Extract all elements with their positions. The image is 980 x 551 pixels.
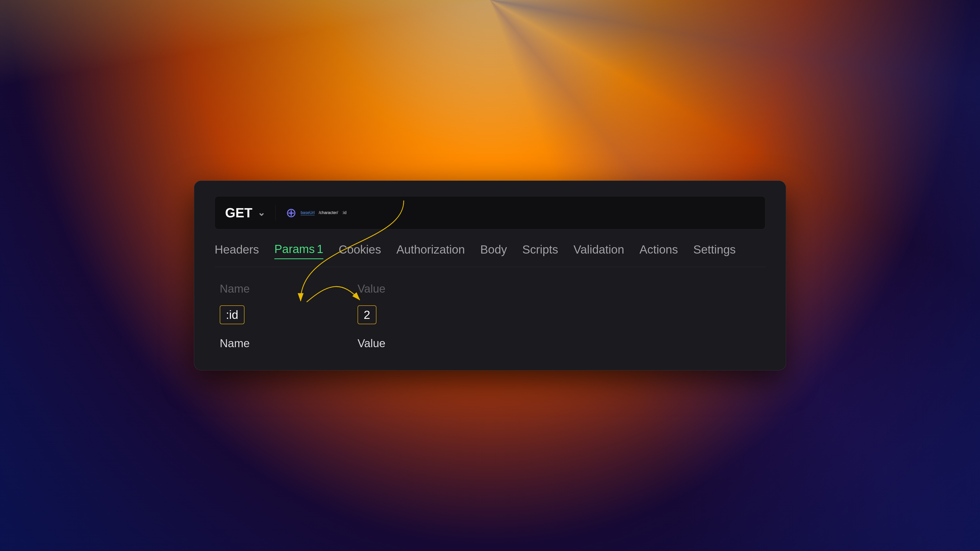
tab-headers[interactable]: Headers [215,243,259,259]
col-value-label: Value [358,337,385,350]
url-input-area[interactable]: ⊕ baseUrl/character/:id [275,205,755,220]
tabs-row: Headers Params1 Cookies Authorization Bo… [215,242,765,267]
param-name-cell: :id [220,305,342,324]
params-table: Name Value :id 2 Name Value [215,283,765,350]
url-bar: GET ⌄ ⊕ baseUrl/character/:id [215,196,765,229]
tab-body[interactable]: Body [480,243,507,259]
globe-icon: ⊕ [286,205,297,220]
param-value-box[interactable]: 2 [358,305,376,324]
chevron-down-icon: ⌄ [258,207,265,218]
tab-params-badge: 1 [317,242,323,256]
method-selector[interactable]: GET ⌄ [225,205,275,221]
method-label: GET [225,205,252,221]
param-name-box[interactable]: :id [220,305,245,324]
tab-cookies[interactable]: Cookies [339,243,381,259]
main-panel: GET ⌄ ⊕ baseUrl/character/:id Headers Pa… [194,181,786,370]
col-name-label: Name [220,337,342,350]
col-name-header: Name [220,283,342,295]
tab-actions[interactable]: Actions [640,243,678,259]
tab-authorization[interactable]: Authorization [396,243,465,259]
params-header-row: Name Value [220,283,760,295]
url-base: baseUrl [301,210,315,215]
tab-validation[interactable]: Validation [573,243,624,259]
col-value-header: Value [358,283,385,295]
tab-scripts[interactable]: Scripts [522,243,558,259]
url-param: :id [342,210,347,215]
params-data-row: :id 2 [220,305,760,324]
url-path: /character/ [319,210,338,215]
tab-settings[interactable]: Settings [694,243,736,259]
tab-params[interactable]: Params1 [274,242,323,259]
params-label-row: Name Value [220,337,760,350]
